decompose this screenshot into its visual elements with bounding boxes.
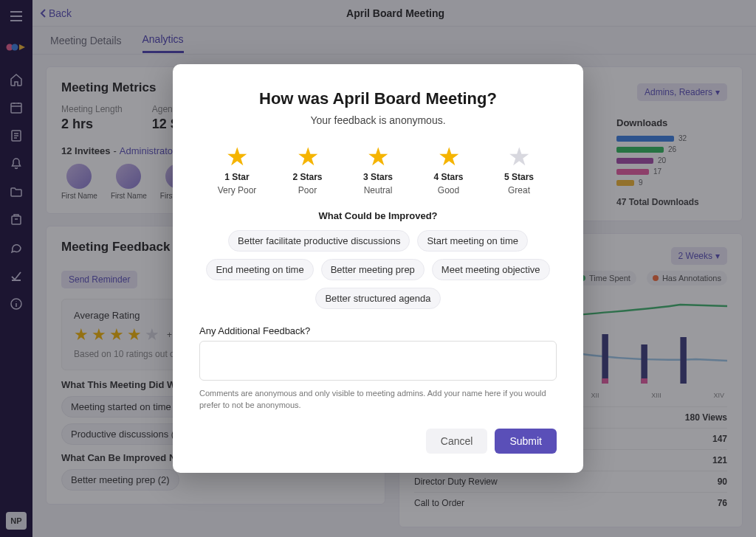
star-label: 4 Stars	[433, 172, 463, 182]
feedback-modal-overlay: How was April Board Meeting? Your feedba…	[0, 0, 756, 537]
feedback-modal: How was April Board Meeting? Your feedba…	[173, 64, 583, 473]
star-icon: ★	[297, 144, 319, 169]
cancel-button[interactable]: Cancel	[426, 429, 488, 454]
star-label: 3 Stars	[363, 172, 393, 182]
star-label: 5 Stars	[504, 172, 534, 182]
additional-feedback-input[interactable]	[199, 341, 557, 381]
improve-option-pill[interactable]: Start meeting on time	[417, 230, 528, 252]
improve-option-pill[interactable]: End meeting on time	[206, 259, 313, 280]
submit-button[interactable]: Submit	[495, 429, 557, 454]
feedback-helper-text: Comments are anonymous and only visible …	[199, 388, 557, 411]
improve-option-pill[interactable]: Meet meeting objective	[432, 259, 550, 280]
modal-improve-label: What Could be Improved?	[199, 210, 557, 221]
star-icon: ★	[226, 144, 248, 169]
star-label: 1 Star	[224, 172, 249, 182]
star-sublabel: Good	[438, 185, 459, 195]
modal-subtitle: Your feedback is anonymous.	[199, 114, 557, 126]
star-icon: ★	[508, 144, 530, 169]
improve-option-pill[interactable]: Better structured agenda	[315, 288, 440, 309]
star-sublabel: Poor	[298, 185, 317, 195]
star-icon: ★	[367, 144, 389, 169]
star-sublabel: Great	[508, 185, 530, 195]
star-sublabel: Neutral	[364, 185, 393, 195]
rating-star-option[interactable]: ★ 2 Stars Poor	[275, 144, 341, 195]
star-sublabel: Very Poor	[218, 185, 257, 195]
improve-option-pill[interactable]: Better meeting prep	[321, 259, 425, 280]
additional-feedback-label: Any Additional Feedback?	[199, 325, 557, 336]
rating-star-option[interactable]: ★ 5 Stars Great	[486, 144, 552, 195]
star-icon: ★	[438, 144, 460, 169]
star-label: 2 Stars	[292, 172, 322, 182]
modal-title: How was April Board Meeting?	[199, 89, 557, 108]
rating-star-option[interactable]: ★ 3 Stars Neutral	[345, 144, 411, 195]
rating-star-option[interactable]: ★ 4 Stars Good	[416, 144, 482, 195]
rating-star-option[interactable]: ★ 1 Star Very Poor	[204, 144, 270, 195]
improve-option-pill[interactable]: Better facilitate productive discussions	[228, 230, 410, 252]
